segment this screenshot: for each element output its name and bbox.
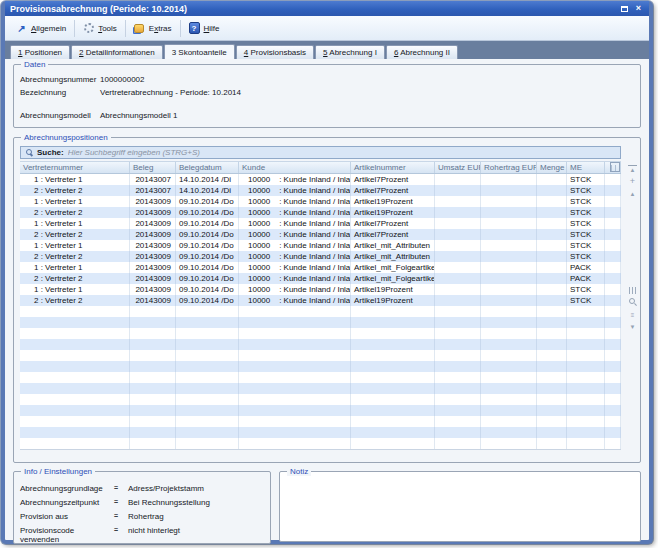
toolbar-button-icon [83, 23, 94, 34]
toolbar-button-icon [134, 23, 145, 34]
table-row[interactable]: 2 : Vertreter 2 20143009 09.10.2014 /Do … [20, 295, 621, 306]
table-row[interactable] [20, 372, 621, 383]
column-header[interactable]: Vertreternummer [20, 162, 130, 173]
field-abrechnungsmodell: Abrechnungsmodell Abrechnungsmodell 1 [20, 111, 634, 120]
info-rows: Abrechnungsgrundlage = Adress/Projektsta… [20, 484, 264, 544]
tab[interactable]: 5 Abrechnung I [315, 45, 385, 59]
screen: Provisionsabrechnung (Periode: 10.2014) … [0, 0, 658, 548]
tab[interactable]: 2 Detailinformationen [71, 45, 163, 59]
bottom-section: Info / Einstellungen Abrechnungsgrundlag… [13, 471, 641, 544]
table-row[interactable]: 1 : Vertreter 1 20143009 09.10.2014 /Do … [20, 284, 621, 295]
info-legend: Info / Einstellungen [21, 467, 95, 476]
toolbar-button[interactable]: Hilfe [180, 20, 228, 37]
table-row[interactable] [20, 427, 621, 438]
notiz-group: Notiz [279, 471, 641, 542]
toolbar-button-icon [16, 23, 27, 34]
info-value: Bei Rechnungsstellung [128, 498, 264, 507]
column-header[interactable]: Rohertrag EUR [481, 162, 537, 173]
toolbar-button-label: Allgemein [31, 24, 66, 33]
restore-icon [621, 6, 628, 12]
table-row[interactable] [20, 416, 621, 427]
tab-strip: 1 Positionen 2 Detailinformationen 3 Sko… [5, 41, 649, 59]
column-header[interactable]: Beleg [130, 162, 176, 173]
toolbar-button[interactable]: Allgemein [8, 20, 74, 37]
info-label: Abrechnungsgrundlage [20, 484, 114, 493]
info-row: Abrechnungszeitpunkt = Bei Rechnungsstel… [20, 498, 264, 507]
scroll-up-icon[interactable]: ▲ [628, 189, 637, 198]
table-row[interactable]: 2 : Vertreter 2 20143009 09.10.2014 /Do … [20, 229, 621, 240]
column-header[interactable]: Artikelnummer [351, 162, 435, 173]
close-button[interactable]: × [633, 4, 644, 14]
toolbar-button-label: Extras [149, 24, 172, 33]
info-group: Info / Einstellungen Abrechnungsgrundlag… [13, 471, 271, 544]
table-row[interactable]: 2 : Vertreter 2 20143007 14.10.2014 /Di … [20, 185, 621, 196]
daten-legend: Daten [21, 60, 48, 69]
table-row[interactable]: 1 : Vertreter 1 20143009 09.10.2014 /Do … [20, 196, 621, 207]
info-label: Abrechnungszeitpunkt [20, 498, 114, 507]
column-header[interactable]: Umsatz EUR [435, 162, 481, 173]
equals-sign: = [114, 498, 128, 507]
tab[interactable]: 4 Provisionsbasis [236, 45, 314, 59]
table-row[interactable] [20, 306, 621, 317]
table-row[interactable] [20, 438, 621, 449]
column-header[interactable]: Kunde [239, 162, 351, 173]
equals-sign: = [114, 512, 128, 521]
tab[interactable]: 3 Skontoanteile [164, 44, 235, 59]
filter-icon[interactable]: ▼ [628, 322, 637, 331]
table-row[interactable] [20, 405, 621, 416]
table-row[interactable]: 2 : Vertreter 2 20143009 09.10.2014 /Do … [20, 273, 621, 284]
table-row[interactable] [20, 361, 621, 372]
content-area: Daten Abrechnungsnummer 1000000002 Bezei… [5, 59, 649, 544]
scroll-to-top-icon[interactable]: ▲ [628, 165, 637, 174]
search-icon [25, 149, 33, 157]
expand-icon[interactable]: + [628, 177, 637, 186]
positionen-legend: Abrechnungspositionen [21, 133, 111, 142]
title-bar[interactable]: Provisionsabrechnung (Periode: 10.2014) … [5, 1, 649, 16]
info-value: nicht hinterlegt [128, 526, 264, 544]
table-row[interactable]: 1 : Vertreter 1 20143009 09.10.2014 /Do … [20, 262, 621, 273]
sort-list-icon[interactable]: ≡ [628, 310, 637, 319]
table-row[interactable] [20, 383, 621, 394]
info-row: Abrechnungsgrundlage = Adress/Projektsta… [20, 484, 264, 493]
search-input[interactable] [68, 148, 616, 157]
zoom-icon[interactable] [628, 298, 637, 307]
table-row[interactable]: 2 : Vertreter 2 20143009 09.10.2014 /Do … [20, 251, 621, 262]
table-row[interactable]: 1 : Vertreter 1 20143007 14.10.2014 /Di … [20, 174, 621, 185]
notiz-input[interactable] [280, 472, 640, 541]
search-label: Suche: [37, 148, 64, 157]
toolbar-button[interactable]: Extras [125, 20, 180, 37]
restore-button[interactable] [619, 4, 630, 14]
table-row[interactable] [20, 339, 621, 350]
columns-view-icon[interactable] [628, 286, 637, 295]
column-header[interactable]: Menge [537, 162, 567, 173]
equals-sign: = [114, 484, 128, 493]
info-row: Provisionscode verwenden = nicht hinterl… [20, 526, 264, 544]
table-row[interactable] [20, 350, 621, 361]
table-row[interactable]: 1 : Vertreter 1 20143009 09.10.2014 /Do … [20, 240, 621, 251]
table-header-row: VertreternummerBelegBelegdatumKundeArtik… [20, 161, 621, 174]
column-header[interactable]: Belegdatum [176, 162, 239, 173]
table-row[interactable] [20, 317, 621, 328]
bezeichnung-value: Vertreterabrechnung - Periode: 10.2014 [100, 88, 241, 97]
info-label: Provision aus [20, 512, 114, 521]
search-bar[interactable]: Suche: [20, 146, 621, 159]
table-row[interactable] [20, 328, 621, 339]
toolbar-button-label: Hilfe [204, 24, 220, 33]
table-row[interactable]: 1 : Vertreter 1 20143009 09.10.2014 /Do … [20, 218, 621, 229]
equals-sign: = [114, 526, 128, 544]
positionen-group: Abrechnungspositionen Suche: Vertreternu… [13, 137, 641, 463]
toolbar-button[interactable]: Tools [74, 20, 125, 37]
column-chooser-icon[interactable] [610, 162, 620, 172]
tab[interactable]: 1 Positionen [10, 45, 70, 59]
main-toolbar: Allgemein Tools Extras Hilfe [5, 16, 649, 41]
table-side-controls: ▲ + ▲ ≡ ▼ [627, 165, 638, 334]
table-row[interactable] [20, 394, 621, 405]
table-row[interactable]: 2 : Vertreter 2 20143009 09.10.2014 /Do … [20, 207, 621, 218]
abrechnungsnummer-value: 1000000002 [100, 75, 145, 84]
notiz-legend: Notiz [287, 467, 311, 476]
field-abrechnungsnummer: Abrechnungsnummer 1000000002 [20, 75, 634, 84]
table-body: 1 : Vertreter 1 20143007 14.10.2014 /Di … [20, 174, 621, 449]
abrechnungsmodell-value: Abrechnungsmodell 1 [100, 111, 177, 120]
column-header[interactable]: ME [567, 162, 605, 173]
tab[interactable]: 6 Abrechnung II [386, 45, 458, 59]
